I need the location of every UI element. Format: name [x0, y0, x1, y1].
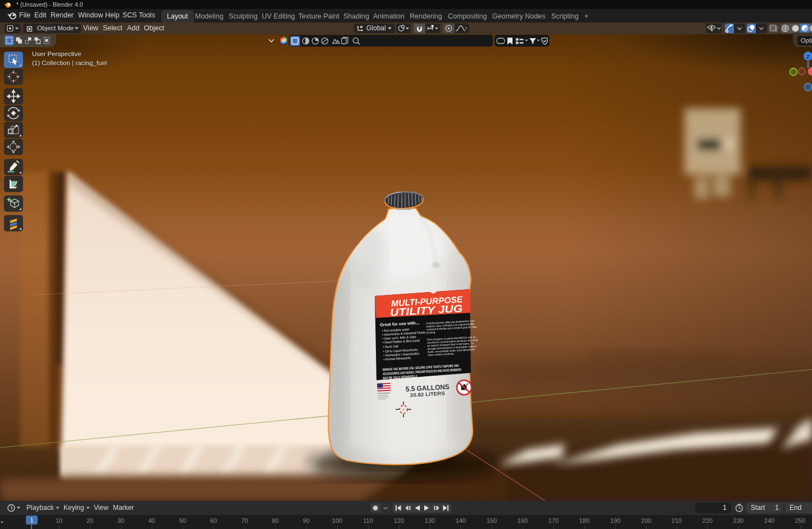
svg-text:Z: Z — [806, 54, 810, 60]
svg-text:pouring.: pouring. — [427, 331, 436, 334]
